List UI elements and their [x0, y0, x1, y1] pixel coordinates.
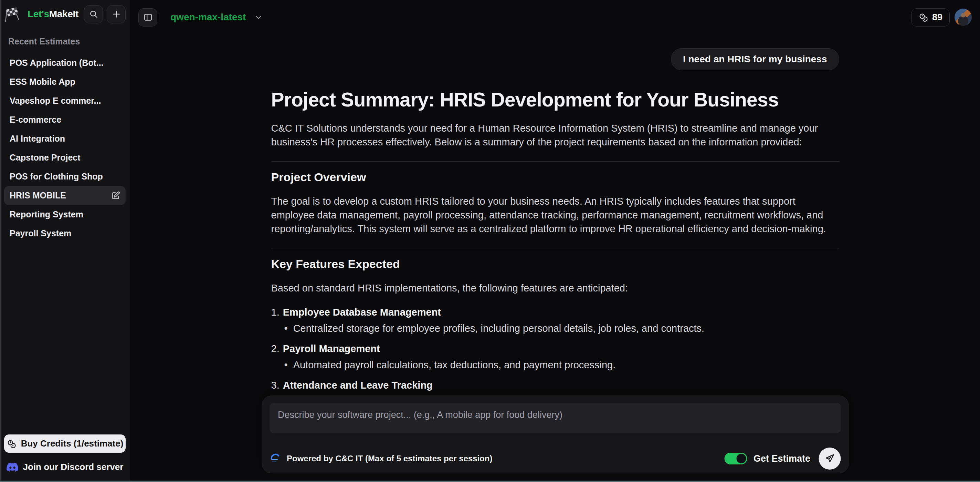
- crossed-checkered-flags-icon: [4, 5, 25, 23]
- section-heading-features: Key Features Expected: [271, 257, 839, 271]
- get-estimate-label: Get Estimate: [754, 453, 810, 464]
- brand-first: Let's: [27, 9, 49, 19]
- sidebar-item-label: E-commerce: [10, 115, 61, 125]
- get-estimate-toggle[interactable]: [725, 453, 747, 464]
- sidebar-item-label: AI Integration: [10, 134, 65, 144]
- brand-second: MakeIt: [49, 9, 78, 19]
- composer-panel: Powered by C&C IT (Max of 5 estimates pe…: [262, 396, 848, 473]
- sidebar-item-label: Payroll System: [10, 228, 71, 238]
- section-body-features: Based on standard HRIS implementations, …: [271, 281, 839, 295]
- sidebar-nav: POS Application (Bot...ESS Mobile AppVap…: [4, 53, 126, 243]
- new-estimate-button[interactable]: [107, 5, 126, 24]
- discord-icon: [6, 462, 18, 472]
- sidebar-item-label: POS for Clothing Shop: [10, 172, 103, 182]
- coins-icon: [918, 13, 928, 22]
- feature-title: 3.Attendance and Leave Tracking: [271, 380, 839, 391]
- sidebar-toggle-button[interactable]: [138, 8, 157, 27]
- sidebar-item-label: POS Application (Bot...: [10, 58, 103, 68]
- response-title: Project Summary: HRIS Development for Yo…: [271, 88, 839, 111]
- feature-item: 1.Employee Database Management•Centraliz…: [271, 306, 839, 334]
- buy-credits-label: Buy Credits (1/estimate): [21, 438, 124, 449]
- coins-icon: [6, 439, 16, 448]
- buy-credits-button[interactable]: Buy Credits (1/estimate): [4, 434, 126, 453]
- recent-estimates-label: Recent Estimates: [8, 37, 126, 46]
- user-avatar[interactable]: [955, 9, 972, 26]
- sidebar-item-label: ESS Mobile App: [10, 77, 75, 87]
- powered-by: Powered by C&C IT (Max of 5 estimates pe…: [269, 453, 493, 464]
- model-selector[interactable]: qwen-max-latest: [170, 12, 262, 23]
- window-bottom-edge: [0, 480, 980, 482]
- paper-plane-icon: [824, 453, 835, 464]
- user-message-row: I need an HRIS for my business: [271, 48, 839, 70]
- section-body-overview: The goal is to develop a custom HRIS tai…: [271, 194, 839, 236]
- sidebar-footer: Buy Credits (1/estimate) Join our Discor…: [4, 434, 126, 474]
- search-button[interactable]: [84, 5, 103, 24]
- discord-label: Join our Discord server: [23, 462, 124, 472]
- feature-detail: •Centralized storage for employee profil…: [284, 323, 839, 334]
- cc-it-logo-icon: [269, 453, 281, 464]
- sidebar-item[interactable]: HRIS MOBILE: [4, 186, 126, 205]
- feature-title: 2.Payroll Management: [271, 343, 839, 354]
- sidebar-item[interactable]: Vapeshop E commer...: [4, 91, 126, 110]
- app-window: Let'sMakeIt Recent Estimates POS Applica…: [0, 0, 980, 480]
- sidebar-item[interactable]: POS for Clothing Shop: [4, 167, 126, 186]
- search-icon: [89, 10, 98, 19]
- chevron-down-icon: [255, 13, 262, 21]
- credits-badge[interactable]: 89: [911, 8, 950, 27]
- discord-link[interactable]: Join our Discord server: [4, 462, 126, 472]
- sidebar-item-label: Vapeshop E commer...: [10, 96, 101, 106]
- composer-footer: Powered by C&C IT (Max of 5 estimates pe…: [269, 448, 841, 469]
- project-description-input[interactable]: [269, 403, 841, 433]
- model-name: qwen-max-latest: [170, 12, 246, 23]
- plus-icon: [112, 10, 121, 19]
- feature-title: 1.Employee Database Management: [271, 306, 839, 318]
- sidebar-item-label: Capstone Project: [10, 153, 81, 163]
- toggle-knob: [737, 454, 746, 463]
- feature-item: 2.Payroll Management•Automated payroll c…: [271, 343, 839, 371]
- response-intro: C&C IT Solutions understands your need f…: [271, 121, 839, 149]
- edit-icon: [111, 191, 120, 200]
- section-heading-overview: Project Overview: [271, 171, 839, 184]
- credits-count: 89: [932, 12, 942, 23]
- sidebar-item-label: Reporting System: [10, 209, 83, 219]
- sidebar-item[interactable]: AI Integration: [4, 129, 126, 148]
- feature-detail: •Automated payroll calculations, tax ded…: [284, 359, 839, 371]
- sidebar-item[interactable]: Capstone Project: [4, 148, 126, 167]
- sidebar: Let'sMakeIt Recent Estimates POS Applica…: [0, 0, 130, 480]
- panel-left-icon: [143, 13, 153, 22]
- sidebar-header: Let'sMakeIt: [4, 3, 126, 25]
- powered-by-text: Powered by C&C IT (Max of 5 estimates pe…: [287, 454, 493, 463]
- brand-wordmark: Let'sMakeIt: [27, 9, 78, 20]
- sidebar-item[interactable]: POS Application (Bot...: [4, 53, 126, 72]
- sidebar-item[interactable]: Payroll System: [4, 224, 126, 243]
- main-area: qwen-max-latest 89 I need an HRIS for my…: [130, 0, 980, 480]
- sidebar-item[interactable]: Reporting System: [4, 205, 126, 224]
- sidebar-item[interactable]: ESS Mobile App: [4, 72, 126, 91]
- sidebar-item-label: HRIS MOBILE: [10, 190, 66, 201]
- topbar: qwen-max-latest 89: [130, 0, 980, 34]
- send-button[interactable]: [819, 448, 841, 469]
- sidebar-item[interactable]: E-commerce: [4, 110, 126, 129]
- user-message-bubble: I need an HRIS for my business: [671, 48, 839, 70]
